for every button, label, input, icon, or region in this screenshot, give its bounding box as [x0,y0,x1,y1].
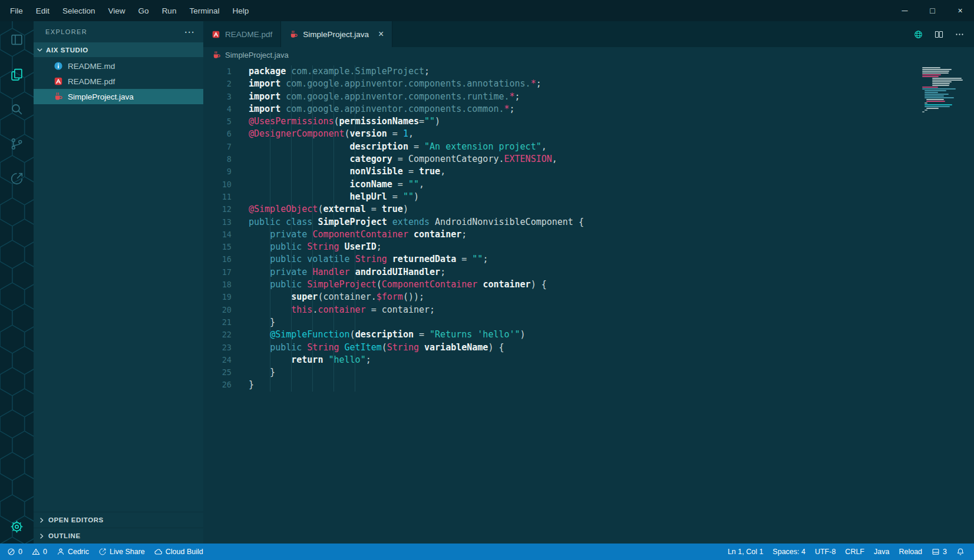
status-0[interactable]: 0 [2,544,27,560]
workspace-section-header[interactable]: AIX STUDIO [34,42,203,57]
breadcrumb[interactable]: SimpleProject.java [203,47,974,62]
file-simpleproject-java[interactable]: SimpleProject.java [34,89,203,104]
status-cloud-build[interactable]: Cloud Build [150,544,208,560]
status-ln-1-col-1[interactable]: Ln 1, Col 1 [723,544,768,560]
code-token: import [249,78,280,89]
code-token: container [483,279,530,290]
code-line-13[interactable]: 13public class SimpleProject extends And… [203,216,974,228]
code-line-26[interactable]: 26} [203,379,974,391]
line-number: 15 [203,241,232,253]
status-crlf[interactable]: CRLF [840,544,869,560]
code-token: returnedData [392,254,456,264]
code-line-11[interactable]: 11 helpUrl = "") [203,191,974,203]
code-line-24[interactable]: 24 return "hello"; [203,354,974,366]
line-number: 16 [203,253,232,266]
code-line-5[interactable]: 5@UsesPermissions(permissionNames="") [203,115,974,128]
line-content: iconName = "", [232,178,424,191]
code-line-23[interactable]: 23 public String GetItem(String variable… [203,342,974,354]
code-token: return [291,354,323,365]
menu-selection[interactable]: Selection [56,0,102,21]
status-java[interactable]: Java [869,544,894,560]
minimap-line [922,88,956,90]
code-token: ComponentContainer [382,279,478,290]
more-actions-icon[interactable] [955,29,965,39]
code-line-12[interactable]: 12@SimpleObject(external = true) [203,203,974,216]
status-0[interactable]: 0 [27,544,52,560]
file-readme-pdf[interactable]: README.pdf [34,74,203,89]
code-token: ) [435,116,440,127]
activity-layout-icon[interactable] [0,26,34,53]
code-line-14[interactable]: 14 private ComponentContainer container; [203,228,974,241]
minimap[interactable] [922,67,965,113]
section-open-editors[interactable]: OPEN EDITORS [34,512,203,528]
status-cedric[interactable]: Cedric [52,544,94,560]
code-line-19[interactable]: 19 super(container.$form()); [203,291,974,303]
code-line-17[interactable]: 17 private Handler androidUIHandler; [203,266,974,279]
status-bell-icon[interactable] [952,544,969,560]
menu-file[interactable]: File [4,0,29,21]
close-button[interactable]: × [946,0,974,21]
status-label: Reload [899,548,922,556]
code-area[interactable]: 1package com.example.SimpleProject;2impo… [203,62,974,544]
code-line-4[interactable]: 4import com.google.appinventor.component… [203,103,974,115]
code-line-21[interactable]: 21 } [203,316,974,329]
code-lines: 1package com.example.SimpleProject;2impo… [203,65,974,392]
activity-search-icon[interactable] [0,95,34,122]
code-token: EXTENSION [504,154,552,164]
code-line-20[interactable]: 20 this.container = container; [203,304,974,316]
code-line-8[interactable]: 8 category = ComponentCategory.EXTENSION… [203,153,974,165]
status-utf-8[interactable]: UTF-8 [810,544,840,560]
code-line-22[interactable]: 22 @SimpleFunction(description = "Return… [203,329,974,341]
code-line-18[interactable]: 18 public SimpleProject(ComponentContain… [203,279,974,291]
status-3[interactable]: 3 [927,544,952,560]
code-line-25[interactable]: 25 } [203,366,974,379]
explorer-more-actions-icon[interactable]: ⋯ [184,26,195,38]
minimize-button[interactable]: ─ [891,0,919,21]
code-token [249,279,270,290]
code-line-15[interactable]: 15 public String UserID; [203,241,974,253]
code-token: package [249,66,286,77]
code-token: public volatile [270,254,355,264]
activity-files-icon[interactable] [0,61,34,88]
code-line-9[interactable]: 9 nonVisible = true, [203,165,974,178]
code-token: container [414,229,461,240]
menu-terminal[interactable]: Terminal [183,0,226,21]
line-number: 24 [203,354,232,366]
tab-simpleproject-java[interactable]: SimpleProject.java× [281,21,392,47]
activity-source-control-icon[interactable] [0,130,34,157]
section-outline[interactable]: OUTLINE [34,528,203,544]
code-line-7[interactable]: 7 description = "An extension project", [203,141,974,153]
menu-help[interactable]: Help [226,0,255,21]
menu-go[interactable]: Go [132,0,156,21]
code-line-3[interactable]: 3import com.google.appinventor.component… [203,91,974,103]
explorer-sidebar: EXPLORER ⋯ AIX STUDIO README.mdREADME.pd… [34,21,203,544]
activity-gear-icon[interactable] [0,513,34,540]
line-number: 6 [203,128,232,140]
code-line-10[interactable]: 10 iconName = "", [203,178,974,191]
code-line-1[interactable]: 1package com.example.SimpleProject; [203,65,974,78]
status-spaces-4[interactable]: Spaces: 4 [768,544,810,560]
code-line-2[interactable]: 2import com.google.appinventor.component… [203,78,974,90]
maximize-button[interactable]: □ [919,0,946,21]
code-token: "" [408,179,419,190]
code-line-16[interactable]: 16 public volatile String returnedData =… [203,253,974,266]
code-token [249,254,270,264]
code-token: ; [424,66,430,77]
split-editor-icon[interactable] [934,29,944,39]
menu-edit[interactable]: Edit [29,0,56,21]
line-number: 18 [203,279,232,291]
menu-run[interactable]: Run [156,0,183,21]
status-bar: 00CedricLive ShareCloud Build Ln 1, Col … [0,544,974,560]
line-number: 12 [203,203,232,216]
tab-readme-pdf[interactable]: README.pdf [203,21,281,47]
status-reload[interactable]: Reload [894,544,927,560]
code-line-6[interactable]: 6@DesignerComponent(version = 1, [203,128,974,140]
activity-live-share-icon[interactable] [0,165,34,192]
file-readme-md[interactable]: README.md [34,58,203,74]
close-tab-icon[interactable]: × [378,29,384,39]
code-token: public [270,342,307,353]
status-live-share[interactable]: Live Share [94,544,150,560]
menu-view[interactable]: View [102,0,132,21]
globe-icon[interactable] [913,29,923,39]
minimap-line [932,81,952,82]
